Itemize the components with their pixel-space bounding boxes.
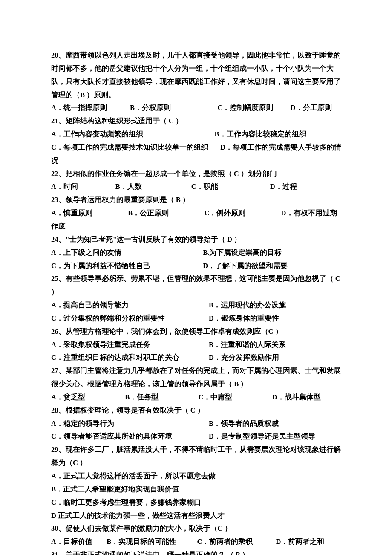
question-21: 21、矩阵结构这种组织形式适用于（ C ） A．工作内容变动频繁的组织 B．工作… (51, 115, 343, 167)
question-stem: 29、现在许多工厂，脏活累活没人干，不得不请临时工干，从需要层次理论对该现象进行… (51, 443, 343, 470)
option-d: D．有权不用过期作废 (51, 209, 337, 230)
option-a: A．贫乏型 (51, 393, 85, 401)
question-stem: 31、关于非正式沟通的如下说法中，哪一种是正确的？ （ B ） (51, 549, 343, 555)
option-d: D．过程 (270, 180, 343, 194)
option-a: A．上下级之间的友情 (51, 246, 203, 260)
option-a: A．统一指挥原则 (51, 101, 130, 115)
option-d: D．前两者之和 (276, 535, 343, 549)
option-a: A．稳定的领导行为 (51, 417, 209, 431)
question-23: 23、领导者运用权力的最重要原则是（ B ） A．慎重原则 B．公正原则 C．例… (51, 194, 343, 233)
question-31: 31、关于非正式沟通的如下说法中，哪一种是正确的？ （ B ） A．非正式沟通必… (51, 549, 343, 555)
option-d: D．战斗集体型 (272, 393, 321, 401)
option-c: C．临时工更多考虑生理需要，多赚钱养家糊口 (51, 496, 343, 509)
options: A．稳定的领导行为 B．领导者的品质权威 C．领导者能否适应其所处的具体环境 D… (51, 417, 343, 444)
option-c: C．为下属的利益不惜牺牲自己 (51, 260, 203, 273)
question-28: 28、根据权变理论，领导是否有效取决于（ C ） A．稳定的领导行为 B．领导者… (51, 404, 343, 444)
option-c: C．职能 (191, 180, 270, 194)
option-b: B．实现目标的可能性 (107, 535, 197, 549)
option-d: D．分工原则 (291, 101, 343, 115)
option-b: B．工作内容比较稳定的组织 (215, 128, 343, 141)
options: A．慎重原则 B．公正原则 C．例外原则 D．有权不用过期作废 (51, 207, 343, 233)
option-a: A．慎重原则 (51, 209, 92, 217)
option-d: D．是专制型领导还是民主型领导 (209, 430, 343, 443)
option-a: A．提高自己的领导能力 (51, 299, 209, 312)
option-d: D．充分发挥激励作用 (209, 351, 343, 364)
option-b: B．任务型 (125, 393, 159, 401)
options: A．上下级之间的友情 B.为下属设定崇高的目标 C．为下属的利益不惜牺牲自己 D… (51, 246, 343, 273)
option-a: A．目标价值 (51, 535, 107, 549)
question-27: 27、某部门主管将注意力几乎都放在了对任务的完成上，而对下属的心理因素、士气和发… (51, 364, 343, 404)
option-b: B.为下属设定崇高的目标 (203, 246, 343, 260)
option-c: C．控制幅度原则 (217, 101, 290, 115)
question-stem: 21、矩阵结构这种组织形式适用于（ C ） (51, 115, 343, 128)
question-29: 29、现在许多工厂，脏活累活没人干，不得不请临时工干，从需要层次理论对该现象进行… (51, 443, 343, 522)
option-c: C．中庸型 (198, 393, 232, 401)
options: A．目标价值 B．实现目标的可能性 C．前两者的乘积 D．前两者之和 (51, 535, 343, 549)
options: A．贫乏型 B．任务型 C．中庸型 D．战斗集体型 (51, 391, 343, 404)
question-stem: 20、摩西带领以色列人走出埃及时，几千人都直接受他领导，因此他非常忙，以致于睡觉… (51, 49, 343, 101)
option-b: B．人数 (115, 180, 191, 194)
option-b: B．注重和谐的人际关系 (209, 338, 343, 352)
question-stem: 23、领导者运用权力的最重要原则是（ B ） (51, 194, 343, 207)
option-b: B．分权原则 (130, 101, 218, 115)
question-26: 26、从管理方格理论中，我们体会到，欲使领导工作卓有成效则应（C ） A．采取集… (51, 325, 343, 365)
option-d: D 正式工人的技术能力强一些，做些这活有些浪费人才 (51, 509, 343, 523)
question-stem: 25、有些领导事必躬亲、劳累不堪，但管理的效果不理想，这可能主要是因为他忽视了（… (51, 272, 343, 299)
options: A．正式工人觉得这样的活丢面子，所以不愿意去做 B．正式工人希望能更好地实现自我… (51, 470, 343, 522)
options: A．采取集权领导注重完成任务 B．注重和谐的人际关系 C．注重组织目标的达成和对… (51, 338, 343, 365)
question-stem: 26、从管理方格理论中，我们体会到，欲使领导工作卓有成效则应（C ） (51, 325, 343, 338)
option-a: A．正式工人觉得这样的活丢面子，所以不愿意去做 (51, 470, 343, 483)
question-24: 24、"士为知己者死"这一古训反映了有效的领导始于（ D ） A．上下级之间的友… (51, 233, 343, 273)
options: A．统一指挥原则 B．分权原则 C．控制幅度原则 D．分工原则 (51, 101, 343, 115)
options: A．时间 B．人数 C．职能 D．过程 (51, 180, 343, 194)
option-d: D．了解下属的欲望和需要 (203, 260, 343, 273)
options: A．工作内容变动频繁的组织 B．工作内容比较稳定的组织 (51, 128, 343, 141)
option-c: C．每项工作的完成需要技术知识比较单一的组织 (51, 143, 208, 151)
options-row2: C．每项工作的完成需要技术知识比较单一的组织 D．每项工作的完成需要人手较多的情… (51, 141, 343, 168)
option-b: B．公正原则 (128, 209, 169, 217)
option-c: C．例外原则 (204, 209, 245, 217)
question-stem: 22、把相似的作业任务编在一起形成一个单位，是按照（ C ）划分部门 (51, 168, 343, 181)
option-c: C．过分集权的弊端和分权的重要性 (51, 312, 209, 325)
option-a: A．工作内容变动频繁的组织 (51, 128, 215, 141)
question-25: 25、有些领导事必躬亲、劳累不堪，但管理的效果不理想，这可能主要是因为他忽视了（… (51, 272, 343, 325)
option-c: C．前两者的乘积 (197, 535, 276, 549)
question-22: 22、把相似的作业任务编在一起形成一个单位，是按照（ C ）划分部门 A．时间 … (51, 168, 343, 194)
question-stem: 27、某部门主管将注意力几乎都放在了对任务的完成上，而对下属的心理因素、士气和发… (51, 364, 343, 391)
question-stem: 28、根据权变理论，领导是否有效取决于（ C ） (51, 404, 343, 417)
option-b: B．正式工人希望能更好地实现自我价值 (51, 483, 343, 496)
question-stem: 24、"士为知己者死"这一古训反映了有效的领导始于（ D ） (51, 233, 343, 246)
option-c: C．注重组织目标的达成和对职工的关心 (51, 351, 209, 364)
question-stem: 30、促使人们去做某件事的激励力的大小，取决于（C ） (51, 522, 343, 535)
option-b: B．领导者的品质权威 (209, 417, 343, 431)
option-a: A．时间 (51, 180, 115, 194)
question-20: 20、摩西带领以色列人走出埃及时，几千人都直接受他领导，因此他非常忙，以致于睡觉… (51, 49, 343, 115)
option-d: D．锻炼身体的重要性 (209, 312, 343, 325)
option-a: A．采取集权领导注重完成任务 (51, 338, 209, 352)
question-30: 30、促使人们去做某件事的激励力的大小，取决于（C ） A．目标价值 B．实现目… (51, 522, 343, 549)
options: A．提高自己的领导能力 B．运用现代的办公设施 C．过分集权的弊端和分权的重要性… (51, 299, 343, 325)
option-c: C．领导者能否适应其所处的具体环境 (51, 430, 209, 443)
option-b: B．运用现代的办公设施 (209, 299, 343, 312)
